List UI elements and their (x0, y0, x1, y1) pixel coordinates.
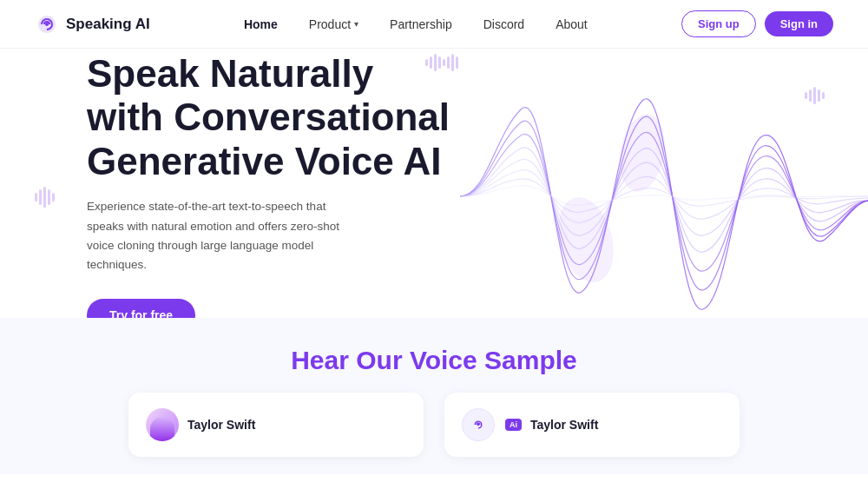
nav-buttons: Sign up Sign in (681, 10, 833, 37)
nav-item-partnership[interactable]: Partnership (390, 17, 452, 32)
navbar: Speaking AI Home Product ▾ Partnership D… (0, 0, 868, 49)
voice-cards-container: Taylor Swift Ai Taylor Swift (35, 393, 833, 457)
voice-card-2-name: Taylor Swift (530, 418, 598, 432)
nav-item-home[interactable]: Home (244, 17, 278, 32)
logo-icon (35, 12, 59, 36)
try-free-button[interactable]: Try for free (87, 299, 195, 318)
hero-section: Speak Naturally with Conversational Gene… (0, 49, 868, 318)
avatar-photo-1 (146, 408, 179, 441)
chevron-down-icon: ▾ (354, 19, 358, 29)
hero-subtitle: Experience state-of-the-art text-to-spee… (87, 197, 365, 274)
nav-links: Home Product ▾ Partnership Discord About (244, 17, 588, 32)
signup-button[interactable]: Sign up (681, 10, 756, 37)
nav-item-product[interactable]: Product ▾ (309, 17, 358, 31)
brand-name: Speaking AI (66, 16, 150, 33)
nav-item-discord[interactable]: Discord (483, 17, 524, 32)
voice-card-2-header: Ai Taylor Swift (462, 408, 722, 441)
signin-button[interactable]: Sign in (765, 11, 833, 36)
voice-card-2: Ai Taylor Swift (444, 393, 740, 457)
hero-title: Speak Naturally with Conversational Gene… (87, 52, 451, 184)
voice-card-1-header: Taylor Swift (146, 408, 406, 441)
voice-section: Hear Our Voice Sample Taylor Swift (0, 318, 868, 474)
hero-content: Speak Naturally with Conversational Gene… (87, 52, 451, 318)
nav-item-about[interactable]: About (556, 17, 588, 32)
svg-point-0 (45, 23, 49, 26)
svg-point-3 (477, 424, 480, 426)
voice-card-1: Taylor Swift (128, 393, 424, 457)
ai-label: Ai (505, 419, 522, 431)
logo[interactable]: Speaking AI (35, 12, 150, 36)
wave-visualization (434, 66, 868, 318)
voice-card-1-name: Taylor Swift (187, 418, 255, 432)
speaking-ai-badge (462, 408, 495, 441)
wave-svg (434, 66, 868, 318)
voice-section-title: Hear Our Voice Sample (35, 346, 833, 375)
